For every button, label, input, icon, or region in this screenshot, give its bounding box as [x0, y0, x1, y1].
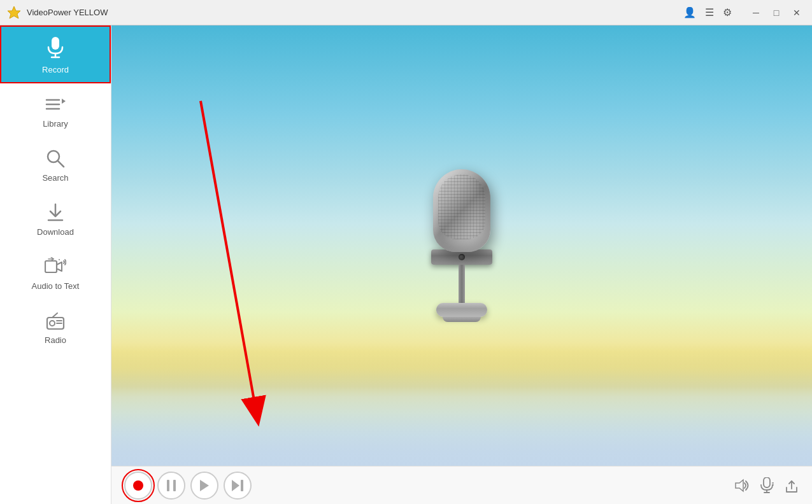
pause-button[interactable] [157, 472, 185, 500]
record-button[interactable] [124, 472, 152, 500]
play-button[interactable] [190, 472, 218, 500]
mic-body-lower [459, 265, 465, 303]
microphone-icon [45, 37, 66, 60]
main-content [111, 25, 812, 504]
svg-marker-0 [8, 6, 20, 18]
background-area [111, 25, 812, 466]
sidebar-item-record[interactable]: Record [0, 25, 111, 83]
app-logo [6, 5, 22, 20]
skip-button[interactable] [224, 472, 252, 500]
title-bar-right: 👤 ☰ ⚙ ─ □ ✕ [683, 4, 806, 22]
list-icon[interactable]: ☰ [705, 6, 714, 18]
cloud-layer [111, 351, 812, 466]
mic-head [433, 169, 490, 252]
pause-icon [167, 480, 176, 491]
maximize-button[interactable]: □ [767, 4, 785, 22]
svg-rect-24 [173, 480, 176, 491]
sidebar-item-audio-to-text[interactable]: Audio to Text [0, 246, 111, 300]
svg-line-9 [58, 161, 64, 167]
close-button[interactable]: ✕ [788, 4, 806, 22]
svg-rect-12 [45, 261, 57, 272]
export-icon[interactable] [784, 477, 799, 494]
sidebar-item-search[interactable]: Search [0, 137, 111, 192]
sidebar-item-download[interactable]: Download [0, 192, 111, 246]
minimize-button[interactable]: ─ [747, 4, 765, 22]
app-layout: Record Library Search Down [0, 25, 812, 504]
mic-band-dot [459, 254, 465, 260]
sidebar-audio-to-text-label: Audio to Text [32, 281, 80, 291]
radio-icon [46, 311, 65, 330]
sidebar-radio-label: Radio [45, 335, 66, 345]
app-title: VideoPower YELLOW [27, 8, 108, 17]
svg-marker-7 [62, 99, 66, 104]
svg-marker-28 [736, 480, 743, 491]
svg-marker-25 [200, 480, 209, 491]
sidebar-record-label: Record [42, 65, 69, 74]
bottom-toolbar [111, 466, 812, 504]
audio-to-text-icon [45, 257, 66, 276]
window-controls: ─ □ ✕ [747, 4, 806, 22]
sidebar-library-label: Library [43, 119, 68, 129]
play-icon [200, 480, 209, 491]
settings-icon[interactable]: ⚙ [723, 6, 732, 18]
sidebar-download-label: Download [37, 227, 74, 237]
sidebar-item-library[interactable]: Library [0, 83, 111, 137]
record-dot [133, 480, 143, 491]
sidebar: Record Library Search Down [0, 25, 111, 504]
svg-point-17 [50, 321, 55, 326]
microphone-illustration [431, 169, 492, 322]
transport-controls [124, 472, 252, 500]
svg-marker-26 [232, 480, 239, 491]
library-icon [45, 95, 66, 114]
sidebar-search-label: Search [42, 173, 68, 183]
skip-icon [232, 480, 243, 491]
sidebar-item-radio[interactable]: Radio [0, 300, 111, 354]
mic-base [436, 303, 487, 317]
search-icon [46, 149, 65, 168]
title-bar-left: VideoPower YELLOW [6, 5, 108, 20]
svg-rect-27 [241, 480, 243, 491]
svg-rect-1 [52, 37, 59, 50]
svg-marker-13 [57, 262, 62, 271]
mic-base-bottom [443, 317, 481, 322]
profile-icon[interactable]: 👤 [683, 6, 696, 18]
svg-rect-23 [167, 480, 169, 491]
mic-toolbar-icon[interactable] [760, 477, 774, 494]
title-bar: VideoPower YELLOW 👤 ☰ ⚙ ─ □ ✕ [0, 0, 812, 25]
svg-rect-29 [764, 477, 770, 487]
toolbar-right [733, 477, 799, 494]
download-icon [46, 203, 65, 222]
volume-icon[interactable] [733, 479, 750, 493]
